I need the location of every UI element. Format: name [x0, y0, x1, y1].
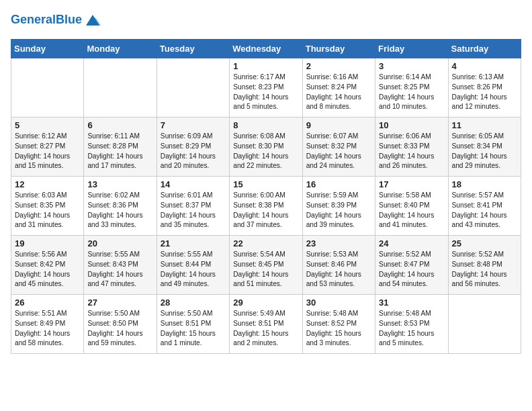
day-info-line: Daylight: 14 hours — [306, 212, 361, 219]
calendar-day-26: 26Sunrise: 5:51 AMSunset: 8:49 PMDayligh… — [11, 295, 84, 354]
calendar-day-16: 16Sunrise: 5:59 AMSunset: 8:39 PMDayligh… — [302, 177, 375, 236]
calendar-day-25: 25Sunrise: 5:52 AMSunset: 8:48 PMDayligh… — [448, 236, 521, 295]
day-info-line: Daylight: 14 hours — [452, 271, 507, 278]
day-info-line: Daylight: 14 hours — [306, 152, 361, 160]
day-info-line: Sunrise: 5:56 AM — [15, 250, 67, 258]
day-info-line: and 53 minutes. — [306, 280, 355, 287]
day-info-line: and 3 minutes. — [306, 339, 351, 347]
day-info-line: Sunset: 8:37 PM — [161, 201, 211, 209]
day-info-line: and 49 minutes. — [161, 280, 210, 287]
day-info-line: Sunrise: 6:02 AM — [87, 191, 140, 199]
day-info-line: and 12 minutes. — [452, 103, 501, 110]
day-number: 25 — [452, 238, 517, 248]
day-info-line: Sunset: 8:36 PM — [87, 201, 138, 209]
day-number: 1 — [233, 61, 298, 71]
day-number: 18 — [452, 179, 517, 189]
header: GeneralBlue — [11, 11, 521, 30]
calendar-day-23: 23Sunrise: 5:53 AMSunset: 8:46 PMDayligh… — [302, 236, 375, 295]
weekday-header-sunday: Sunday — [11, 40, 84, 58]
day-info-line: Sunset: 8:51 PM — [161, 320, 211, 327]
day-info-line: Sunset: 8:44 PM — [161, 261, 211, 268]
calendar-day-22: 22Sunrise: 5:54 AMSunset: 8:45 PMDayligh… — [230, 236, 302, 295]
day-info-line: and 10 minutes. — [379, 103, 428, 110]
calendar-day-20: 20Sunrise: 5:55 AMSunset: 8:43 PMDayligh… — [84, 236, 157, 295]
day-info-line: Daylight: 14 hours — [306, 271, 361, 278]
day-info-line: Sunset: 8:51 PM — [233, 320, 283, 327]
day-info-line: Daylight: 15 hours — [233, 330, 288, 337]
empty-cell — [84, 58, 157, 118]
weekday-header-monday: Monday — [84, 40, 157, 58]
day-info-line: Daylight: 14 hours — [15, 271, 70, 278]
day-info-line: Sunset: 8:35 PM — [15, 201, 65, 209]
day-info-line: Sunset: 8:24 PM — [306, 83, 357, 91]
empty-cell — [11, 58, 84, 118]
day-info-line: Sunrise: 5:49 AM — [233, 310, 285, 317]
day-number: 23 — [306, 238, 371, 248]
logo-general: General — [11, 13, 56, 26]
day-number: 30 — [306, 298, 371, 308]
day-info-line: Sunset: 8:48 PM — [452, 261, 502, 268]
day-info-line: Daylight: 14 hours — [87, 152, 142, 160]
calendar-day-8: 8Sunrise: 6:08 AMSunset: 8:30 PMDaylight… — [230, 118, 302, 177]
day-info-line: Sunset: 8:25 PM — [379, 83, 429, 91]
day-number: 21 — [161, 238, 226, 248]
day-info-line: Sunrise: 5:50 AM — [161, 310, 213, 317]
calendar-day-4: 4Sunrise: 6:13 AMSunset: 8:26 PMDaylight… — [448, 58, 521, 118]
day-info-line: Daylight: 14 hours — [379, 93, 434, 101]
day-info-line: Sunset: 8:33 PM — [379, 142, 429, 150]
day-info-line: and 24 minutes. — [306, 162, 355, 169]
calendar-day-5: 5Sunrise: 6:12 AMSunset: 8:27 PMDaylight… — [11, 118, 84, 177]
day-number: 2 — [306, 61, 371, 71]
day-info-line: Daylight: 15 hours — [306, 330, 361, 337]
day-info-line: Sunset: 8:41 PM — [452, 201, 502, 209]
day-info-line: and 1 minute. — [161, 339, 202, 347]
calendar-day-13: 13Sunrise: 6:02 AMSunset: 8:36 PMDayligh… — [84, 177, 157, 236]
calendar-day-19: 19Sunrise: 5:56 AMSunset: 8:42 PMDayligh… — [11, 236, 84, 295]
calendar-day-30: 30Sunrise: 5:48 AMSunset: 8:52 PMDayligh… — [302, 295, 375, 354]
day-info-line: Sunrise: 5:57 AM — [452, 191, 504, 199]
calendar-day-28: 28Sunrise: 5:50 AMSunset: 8:51 PMDayligh… — [157, 295, 229, 354]
calendar-day-24: 24Sunrise: 5:52 AMSunset: 8:47 PMDayligh… — [375, 236, 448, 295]
calendar-day-10: 10Sunrise: 6:06 AMSunset: 8:33 PMDayligh… — [375, 118, 448, 177]
calendar-day-7: 7Sunrise: 6:09 AMSunset: 8:29 PMDaylight… — [157, 118, 229, 177]
day-content: Sunrise: 6:07 AMSunset: 8:32 PMDaylight:… — [306, 132, 371, 171]
day-info-line: Sunrise: 5:55 AM — [161, 250, 213, 258]
logo-text: GeneralBlue — [11, 13, 82, 27]
day-info-line: Daylight: 14 hours — [379, 212, 434, 219]
day-info-line: and 22 minutes. — [233, 162, 282, 169]
day-info-line: Sunrise: 6:16 AM — [306, 73, 359, 81]
day-info-line: Sunset: 8:52 PM — [306, 320, 357, 327]
day-info-line: and 17 minutes. — [87, 162, 136, 169]
logo: GeneralBlue — [11, 11, 102, 30]
day-content: Sunrise: 5:48 AMSunset: 8:53 PMDaylight:… — [379, 309, 444, 349]
empty-cell — [157, 58, 229, 118]
day-info-line: Daylight: 14 hours — [379, 152, 434, 160]
day-number: 19 — [15, 238, 80, 248]
weekday-header-saturday: Saturday — [448, 40, 521, 58]
day-content: Sunrise: 5:49 AMSunset: 8:51 PMDaylight:… — [233, 309, 298, 349]
day-info-line: and 54 minutes. — [379, 280, 428, 287]
day-number: 9 — [306, 120, 371, 130]
day-number: 14 — [161, 179, 226, 189]
day-number: 16 — [306, 179, 371, 189]
day-number: 24 — [379, 238, 444, 248]
day-info-line: Daylight: 14 hours — [15, 330, 70, 337]
day-info-line: Sunrise: 6:05 AM — [452, 132, 504, 140]
day-info-line: Sunset: 8:30 PM — [233, 142, 283, 150]
calendar-week-row: 12Sunrise: 6:03 AMSunset: 8:35 PMDayligh… — [11, 177, 521, 236]
day-info-line: and 56 minutes. — [452, 280, 501, 287]
day-info-line: Sunset: 8:45 PM — [233, 261, 283, 268]
day-content: Sunrise: 6:05 AMSunset: 8:34 PMDaylight:… — [452, 132, 517, 171]
logo-blue: Blue — [56, 13, 82, 26]
day-info-line: Sunrise: 5:53 AM — [306, 250, 359, 258]
day-info-line: and 2 minutes. — [233, 339, 278, 347]
day-number: 28 — [161, 298, 226, 308]
day-info-line: Daylight: 14 hours — [379, 271, 434, 278]
day-number: 29 — [233, 298, 298, 308]
day-info-line: Daylight: 14 hours — [15, 152, 70, 160]
day-info-line: and 47 minutes. — [87, 280, 136, 287]
calendar-day-15: 15Sunrise: 6:00 AMSunset: 8:38 PMDayligh… — [230, 177, 302, 236]
day-info-line: Sunset: 8:50 PM — [87, 320, 138, 327]
day-content: Sunrise: 6:11 AMSunset: 8:28 PMDaylight:… — [87, 132, 152, 171]
calendar-day-12: 12Sunrise: 6:03 AMSunset: 8:35 PMDayligh… — [11, 177, 84, 236]
